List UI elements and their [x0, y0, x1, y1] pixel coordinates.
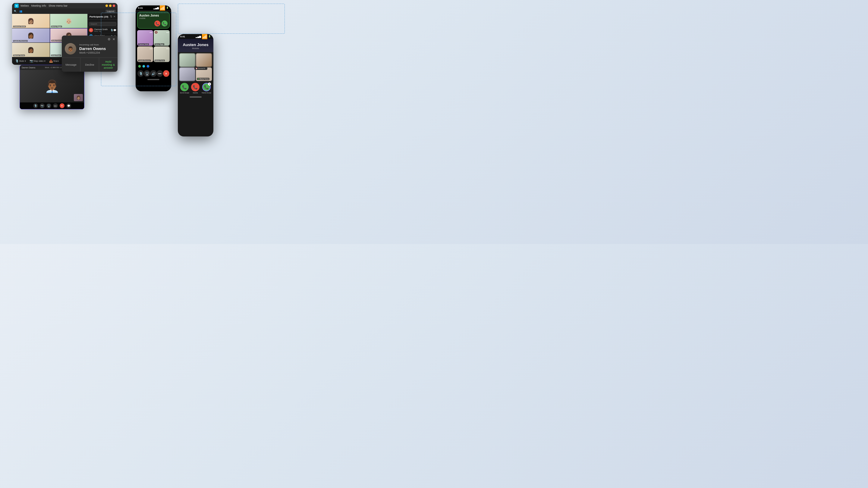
- mute-button[interactable]: 🎙️ Mute ▾: [14, 59, 27, 63]
- participants-header: Participants (10) ⇅ ✕: [88, 14, 118, 20]
- blurred-cell-1: [179, 53, 195, 67]
- battery-icon: 🔋: [208, 35, 211, 38]
- mute-chevron-icon: ▾: [25, 60, 26, 62]
- video-cell-clarissa: 👩🏽 Clarissa Smith: [12, 14, 50, 28]
- participants-count-icon: 👥: [19, 10, 22, 13]
- remind-label: Remind M...: [198, 67, 206, 69]
- participants-controls: ⇅ ✕: [110, 15, 116, 18]
- darren-camera-button[interactable]: 📷: [40, 103, 44, 108]
- incoming-call-actions: Message Decline Hold meeting & answer: [62, 58, 118, 72]
- share-button[interactable]: 📤 Share: [48, 59, 60, 63]
- marise-cell-container: ⏰ Remind M... Marise Torres: [196, 67, 212, 81]
- close-icon[interactable]: ✕: [113, 37, 115, 41]
- hold-accept-action: 📞 Hold & Accept: [202, 83, 211, 94]
- end-accept-action: 📞 End & Accept: [180, 83, 189, 94]
- layout-button[interactable]: Layout: [105, 10, 116, 13]
- darren-title: Darren Owens: [22, 67, 44, 69]
- darren-screen-share-button[interactable]: 🖥️: [46, 103, 51, 108]
- more-icon[interactable]: •••: [150, 47, 152, 50]
- decline-action: 📞 Decline: [191, 83, 199, 94]
- phone-time-right: 9:41: [180, 35, 185, 38]
- video-chevron-icon: ▾: [44, 60, 45, 62]
- webex-app-name: Webex: [21, 4, 29, 7]
- share-icon: 📤: [49, 59, 53, 63]
- darren-chat-button[interactable]: 💬: [66, 103, 71, 108]
- phone-henry-label: Henry Riggs: [155, 43, 164, 45]
- banner-accept-button[interactable]: 📞: [161, 21, 167, 27]
- decline-label: Decline: [193, 92, 198, 94]
- settings-icon[interactable]: ⚙: [107, 37, 111, 41]
- blurred-cell-2: [196, 53, 212, 67]
- participant-icons: 🎙️💬: [110, 29, 116, 32]
- banner-decline-button[interactable]: 📞: [154, 21, 160, 27]
- marise-video-cell: ⏰ Remind M... Marise Torres: [196, 67, 212, 81]
- webex-show-menu[interactable]: Show menu bar: [49, 4, 67, 7]
- participants-close-icon[interactable]: ✕: [113, 15, 116, 18]
- stop-video-label: Stop video: [34, 60, 44, 62]
- participant-name: Clarissa Smith: [94, 28, 110, 30]
- phone-video-grid: ••• Clarissa Smith ••• 🔇 Henry Riggs •••…: [137, 30, 170, 62]
- hold-meeting-answer-button[interactable]: Hold meeting & answer: [99, 58, 118, 72]
- webex-toolbar: 🔍 👥 Layout: [12, 8, 118, 14]
- incoming-caller-sub: mobile: [139, 17, 167, 19]
- video-cell-isabella: 👩🏾 Isabella Brennan: [12, 28, 50, 42]
- participants-title: Participants (10): [90, 15, 108, 18]
- more-icon[interactable]: •••: [166, 31, 169, 34]
- hold-accept-label: Hold & Accept: [202, 92, 211, 94]
- participants-sort-icon[interactable]: ⇅: [110, 15, 113, 18]
- minimize-button[interactable]: [105, 4, 108, 7]
- clarissa-label: Clarissa Smith: [13, 26, 26, 27]
- stop-video-button[interactable]: 📷 Stop video ▾: [28, 59, 47, 63]
- wifi-icon: 📶: [202, 34, 208, 39]
- darren-controls-bar: 🎙️ 📷 🖥️ ••• ✕ 💬: [20, 102, 84, 109]
- darren-face: 👨🏾‍💼: [44, 79, 60, 93]
- close-button[interactable]: [113, 4, 115, 7]
- phone-time-left: 9:41: [138, 7, 143, 9]
- darren-more-button[interactable]: •••: [53, 103, 58, 108]
- incoming-call-banner-actions: 📞 📞: [139, 21, 167, 27]
- end-accept-button[interactable]: 📞: [180, 83, 189, 91]
- phone-mic-button[interactable]: 🎙️: [137, 70, 144, 77]
- message-button[interactable]: Message: [62, 58, 80, 72]
- signal-icon: ▂▄▆: [153, 7, 159, 9]
- caller-info: Incoming call from Darren Owens Work:+15…: [79, 43, 115, 54]
- battery-icon: 🔋: [166, 7, 169, 9]
- phone-more-button[interactable]: •••: [157, 70, 163, 77]
- decline-button[interactable]: 📞: [191, 83, 199, 91]
- remind-button[interactable]: ⏰ Remind M...: [194, 67, 207, 70]
- phone-caller-sub: Mobile: [180, 47, 211, 50]
- phone-meeting-screen: 9:41 ▂▄▆ 📶 🔋 Austen Jones mobile 📞 📞 •••…: [135, 5, 171, 91]
- darren-end-call-button[interactable]: ✕: [60, 103, 64, 108]
- avatar: C: [89, 28, 93, 32]
- phone-speaker-button[interactable]: 🔊: [150, 70, 156, 77]
- phone-signals-right: ▂▄▆ 📶 🔋: [195, 34, 211, 39]
- webex-titlebar: W Webex Meeting info Show menu bar: [12, 3, 118, 8]
- phone-indicators: [135, 64, 171, 69]
- toolbar-participants-count[interactable]: 👥: [19, 10, 22, 13]
- incoming-call-body: 👨🏾 Incoming call from Darren Owens Work:…: [62, 41, 118, 58]
- phone-clarissa-label: Clarissa Smith: [138, 43, 149, 45]
- darren-number: Work: +1 888 555 1234: [45, 67, 64, 68]
- maximize-button[interactable]: [109, 4, 112, 7]
- marise-label-overlay: Marise Torres: [197, 78, 210, 80]
- more-icon[interactable]: •••: [166, 47, 169, 50]
- toolbar-search[interactable]: 🔍: [14, 10, 17, 13]
- phone-end-call-button[interactable]: ✕: [163, 70, 169, 77]
- phone-caller-name: Austen Jones: [180, 42, 211, 47]
- participants-search-input[interactable]: [89, 22, 116, 26]
- phone-screen-button[interactable]: 🖥️: [144, 70, 150, 77]
- webex-meeting-info[interactable]: Meeting info: [31, 4, 46, 7]
- incoming-call-header: ⚙ ✕: [62, 36, 118, 41]
- participants-search-area: [88, 20, 118, 27]
- phone-cell-isabella: ••• Isabelle Brennan: [137, 46, 153, 62]
- hold-accept-button[interactable]: 📞: [202, 83, 211, 91]
- more-icon[interactable]: •••: [150, 31, 152, 34]
- phone-content-left: Austen Jones mobile 📞 📞 ••• Clarissa Smi…: [135, 12, 171, 91]
- darren-video-area: 👨🏾‍💼 👩🏽: [20, 70, 84, 102]
- phone-cell-henry: ••• 🔇 Henry Riggs: [154, 30, 170, 46]
- darren-mic-button[interactable]: 🎙️: [33, 103, 38, 108]
- phone-isabella-label: Isabelle Brennan: [138, 60, 151, 61]
- share-label: Share: [53, 60, 59, 62]
- decline-button[interactable]: Decline: [80, 58, 99, 72]
- list-item: C Clarissa Smith Host, me 🎙️💬: [88, 27, 118, 33]
